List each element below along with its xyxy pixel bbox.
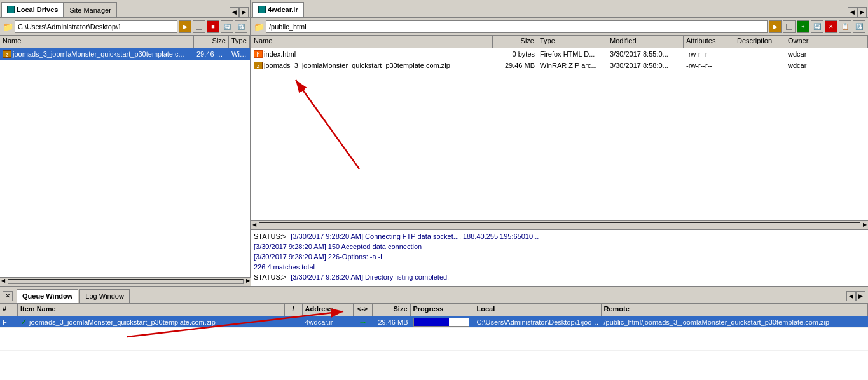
tab-left-arrow[interactable]: ◀: [230, 7, 239, 17]
right-panel: 📁 ▶ + 🔄 ✕ 📋 🔃 Name Size: [251, 18, 868, 286]
left-col-size[interactable]: Size: [194, 36, 229, 48]
left-file-list: z joomads_3_joomlaMonster_quickstart_p30…: [0, 48, 250, 286]
left-scroll-right-btn[interactable]: ▶: [245, 278, 251, 286]
left-btn-1[interactable]: ▶: [179, 20, 191, 33]
right-col-type[interactable]: Type: [537, 36, 607, 48]
left-btn-3[interactable]: ■: [207, 20, 219, 33]
right-btn-2[interactable]: [783, 20, 796, 33]
right-btn-3[interactable]: +: [797, 20, 809, 33]
right-file-attr-1: -rw-r--r--: [684, 50, 734, 58]
left-btn-2[interactable]: [193, 20, 205, 33]
left-file-size: 29.46 MB: [194, 50, 229, 58]
queue-row-empty-2: [0, 339, 868, 351]
right-file-desc-1: [734, 53, 785, 55]
right-file-size-1: 0 bytes: [493, 50, 537, 58]
right-col-name[interactable]: Name: [251, 36, 493, 48]
tab-site-manager[interactable]: Site Manager: [64, 2, 116, 17]
right-file-type-2: WinRAR ZIP arc...: [537, 61, 607, 70]
left-panel: 📁 ▶ ■ 🔄 🔃 Name Size: [0, 18, 251, 286]
queue-row-empty-1: [0, 328, 868, 339]
right-file-attr-2: -rw-r--r--: [684, 61, 734, 70]
left-col-name[interactable]: Name: [0, 36, 194, 48]
queue-col-local[interactable]: Local: [474, 304, 602, 316]
left-folder-icon: 📁: [3, 22, 13, 32]
queue-remote: /public_html/joomads_3_joomlaMonster_qui…: [602, 318, 869, 327]
right-btn-1[interactable]: ▶: [769, 20, 782, 33]
table-row[interactable]: z joomads_3_joomlaMonster_quickstart_p30…: [0, 48, 250, 60]
tab-log-window[interactable]: Log Window: [79, 289, 130, 303]
queue-addr: 4wdcar.ir: [303, 318, 354, 327]
queue-header: # Item Name / Address <-> Size Progress …: [0, 304, 868, 316]
right-btn-4[interactable]: 🔄: [811, 20, 823, 33]
left-scroll-left-btn[interactable]: ◀: [0, 278, 6, 286]
bottom-tab-right-arrow[interactable]: ▶: [856, 291, 865, 301]
right-col-attributes[interactable]: Attributes: [684, 36, 734, 48]
left-btn-4[interactable]: 🔄: [221, 20, 233, 33]
right-file-modified-2: 3/30/2017 8:58:0...: [607, 61, 684, 70]
queue-col-addr[interactable]: Address: [303, 304, 354, 316]
log-panel: STATUS:> [3/30/2017 9:28:20 AM] Connecti…: [251, 229, 868, 286]
right-file-list: h index.html 0 bytes Firefox HTML D... 3…: [251, 48, 868, 220]
queue-row[interactable]: F ✓ joomads_3_joomlaMonster_quickstart_p…: [0, 316, 868, 328]
scroll-left-btn[interactable]: ◀: [251, 222, 258, 227]
queue-num: F: [0, 318, 18, 327]
right-hscrollbar[interactable]: ◀ ▶: [251, 220, 868, 229]
right-col-modified[interactable]: Modified: [607, 36, 684, 48]
log-line-4: 226 4 matches total: [254, 262, 865, 272]
right-file-owner-2: wdcar: [785, 61, 868, 70]
zip-icon: z: [3, 50, 11, 58]
left-file-header: Name Size Type: [0, 36, 250, 48]
queue-item-name: ✓ joomads_3_joomlaMonster_quickstart_p30…: [18, 316, 285, 327]
right-path-input[interactable]: [266, 20, 768, 33]
scroll-right-btn[interactable]: ▶: [862, 222, 868, 227]
tab-queue-window[interactable]: Queue Window: [17, 289, 78, 303]
right-folder-icon: 📁: [254, 22, 265, 32]
right-file-name-2: z joomads_3_joomlaMonster_quickstart_p30…: [251, 61, 493, 70]
left-hscrollbar[interactable]: ◀ ▶: [0, 277, 251, 286]
right-btn-6[interactable]: 📋: [839, 20, 851, 33]
right-file-desc-2: [734, 65, 785, 66]
left-path-input[interactable]: [15, 20, 177, 33]
log-line-5: STATUS:> [3/30/2017 9:28:20 AM] Director…: [254, 272, 865, 282]
queue-table: # Item Name / Address <-> Size Progress …: [0, 304, 868, 380]
queue-col-size[interactable]: Size: [373, 304, 411, 316]
left-col-type[interactable]: Type: [229, 36, 250, 48]
bottom-tab-left-arrow[interactable]: ◀: [846, 291, 856, 301]
tab-4wdcar[interactable]: 4wdcar.ir: [252, 2, 304, 17]
bottom-close-button[interactable]: ✕: [3, 291, 13, 301]
queue-progress: [411, 317, 474, 327]
right-tab-left-arrow[interactable]: ◀: [848, 7, 857, 17]
table-row[interactable]: z joomads_3_joomlaMonster_quickstart_p30…: [251, 60, 868, 71]
table-row[interactable]: h index.html 0 bytes Firefox HTML D... 3…: [251, 48, 868, 60]
queue-col-dir[interactable]: /: [285, 304, 303, 316]
queue-col-remote[interactable]: Remote: [602, 304, 869, 316]
progress-bar-fill: [414, 318, 450, 326]
tab-local-drives[interactable]: Local Drives: [1, 2, 64, 17]
right-tab-right-arrow[interactable]: ▶: [857, 7, 867, 17]
right-btn-5[interactable]: ✕: [825, 20, 837, 33]
queue-row-empty-3: [0, 351, 868, 362]
right-file-type-1: Firefox HTML D...: [537, 50, 607, 58]
queue-col-arrow[interactable]: <->: [354, 304, 373, 316]
left-scroll-track: [8, 279, 244, 284]
check-icon: ✓: [20, 317, 27, 327]
right-btn-7[interactable]: 🔃: [853, 20, 865, 33]
queue-local: C:\Users\Administrator\Desktop\1\joomads…: [474, 318, 602, 327]
queue-col-progress[interactable]: Progress: [411, 304, 474, 316]
right-file-owner-1: wdcar: [785, 50, 868, 58]
queue-arrow-icon: →: [354, 316, 373, 328]
queue-size: 29.46 MB: [373, 318, 411, 327]
queue-col-item[interactable]: Item Name: [18, 304, 285, 316]
right-col-description[interactable]: Description: [734, 36, 785, 48]
queue-col-num[interactable]: #: [0, 304, 18, 316]
left-file-type: WinR...: [229, 50, 250, 58]
right-file-header: Name Size Type Modified Attributes Descr…: [251, 36, 868, 48]
right-col-owner[interactable]: Owner: [785, 36, 868, 48]
log-line-1: STATUS:> [3/30/2017 9:28:20 AM] Connecti…: [254, 231, 865, 241]
right-file-size-2: 29.46 MB: [493, 61, 537, 70]
left-btn-5[interactable]: 🔃: [235, 20, 247, 33]
tab-right-arrow[interactable]: ▶: [239, 7, 249, 17]
right-col-size[interactable]: Size: [493, 36, 537, 48]
bottom-area: ✕ Queue Window Log Window ◀ ▶ # Item Nam…: [0, 286, 868, 380]
bottom-tabs-bar: ✕ Queue Window Log Window ◀ ▶: [0, 287, 868, 304]
